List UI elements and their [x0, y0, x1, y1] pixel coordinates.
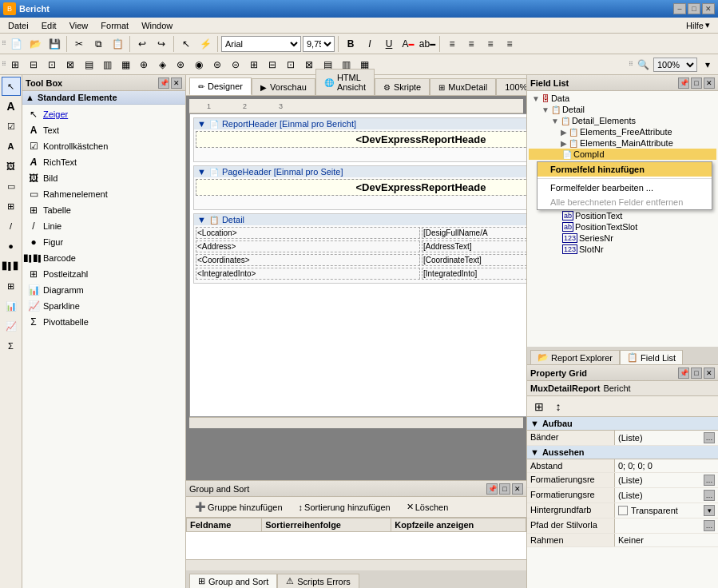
prop-baender-value[interactable]: (Liste) …: [615, 431, 718, 445]
prop-grid-close[interactable]: ✕: [704, 368, 715, 379]
menu-edit[interactable]: Edit: [35, 19, 63, 32]
prop-format1-btn[interactable]: …: [704, 475, 715, 486]
tab-muxdetail[interactable]: ⊞ MuxDetail: [430, 78, 496, 95]
zoom-select[interactable]: 100%: [653, 58, 697, 72]
open-button[interactable]: 📂: [26, 35, 44, 53]
close-button[interactable]: ✕: [702, 3, 715, 14]
checkbox-tool[interactable]: ☑: [2, 117, 21, 136]
richtext-tool[interactable]: A: [2, 137, 21, 156]
prop-grid-pin[interactable]: 📌: [678, 368, 689, 379]
new-button[interactable]: 📄: [7, 35, 25, 53]
tb2-btn4[interactable]: ⊠: [61, 56, 79, 74]
toolbox-item-zeiger[interactable]: ↖ Zeiger: [24, 106, 184, 122]
toolbox-item-sparkline[interactable]: 📈 Sparkline: [24, 298, 184, 314]
tree-item-slotnr[interactable]: 123 SlotNr: [529, 244, 716, 255]
line-tool[interactable]: /: [2, 217, 21, 236]
tree-item-seriesnr[interactable]: 123 SeriesNr: [529, 232, 716, 244]
band-reportheader-header[interactable]: ▼ 📄 ReportHeader [Einmal pro Bericht]: [194, 118, 526, 129]
tb2-btn6[interactable]: ▥: [98, 56, 116, 74]
field-list-pin[interactable]: 📌: [678, 77, 689, 89]
context-item-formelfeld[interactable]: Formelfeld hinzufügen: [538, 162, 712, 177]
toolbox-item-rahmen[interactable]: ▭ Rahmenelement: [24, 186, 184, 202]
justify-button[interactable]: ≡: [501, 35, 518, 53]
image-tool[interactable]: 🖼: [2, 157, 21, 176]
bottom-scrollbar-h[interactable]: [186, 559, 526, 570]
prop-format2-value[interactable]: (Liste) …: [615, 488, 718, 503]
undo-button[interactable]: ↩: [133, 35, 151, 53]
tab-designer[interactable]: ✏ Designer: [189, 77, 252, 95]
toolbox-item-bild[interactable]: 🖼 Bild: [24, 170, 184, 186]
prop-hintergrund-btn[interactable]: ▾: [704, 505, 715, 516]
font-name-select[interactable]: Arial: [221, 36, 301, 52]
toolbox-pin-button[interactable]: 📌: [158, 77, 169, 89]
tree-item-detail[interactable]: ▼ 📋 Detail: [529, 104, 716, 115]
toolbox-item-linie[interactable]: / Linie: [24, 218, 184, 234]
font-size-select[interactable]: 9,75: [303, 36, 335, 52]
toolbox-item-pivottabelle[interactable]: Σ Pivottabelle: [24, 314, 184, 330]
pivot-tool[interactable]: Σ: [2, 336, 21, 356]
zip-tool[interactable]: ⊞: [2, 276, 21, 296]
menu-format[interactable]: Format: [94, 19, 135, 32]
tree-item-detail-elements[interactable]: ▼ 📋 Detail_Elements: [529, 115, 716, 126]
toolbox-item-richtext[interactable]: A RichText: [24, 154, 184, 170]
prop-pfad-value[interactable]: …: [615, 518, 718, 533]
bold-button[interactable]: B: [342, 35, 359, 53]
tab-scripts-errors[interactable]: ⚠ Scripts Errors: [277, 574, 359, 588]
tab-group-sort[interactable]: ⊞ Group and Sort: [189, 574, 277, 588]
bottom-panel-max[interactable]: □: [499, 483, 510, 495]
tb2-btn12[interactable]: ⊜: [208, 56, 226, 74]
tree-item-positiontextslot[interactable]: ab PositionTextSlot: [529, 221, 716, 232]
tree-item-elements-main[interactable]: ▶ 📋 Elements_MainAttribute: [529, 137, 716, 149]
tab-skripte[interactable]: ⚙ Skripte: [375, 78, 430, 95]
field-list-close[interactable]: ✕: [704, 77, 715, 89]
tb2-btn3[interactable]: ⊡: [43, 56, 61, 74]
italic-button[interactable]: I: [361, 35, 379, 53]
toolbox-item-diagramm[interactable]: 📊 Diagramm: [24, 282, 184, 298]
cursor-tool[interactable]: ↖: [2, 77, 21, 96]
tb2-btn8[interactable]: ⊕: [135, 56, 153, 74]
tb2-btn14[interactable]: ⊞: [245, 56, 263, 74]
tab-html[interactable]: 🌐 HTML Ansicht: [315, 69, 375, 95]
sparkline-tool[interactable]: 📈: [2, 316, 21, 336]
zoom-icon[interactable]: 🔍: [634, 56, 652, 74]
copy-button[interactable]: ⧉: [89, 35, 107, 53]
tab-report-explorer[interactable]: 📂 Report Explorer: [530, 350, 620, 364]
align-center-button[interactable]: ≡: [462, 35, 480, 53]
toolbox-item-figur[interactable]: ● Figur: [24, 234, 184, 250]
chart-tool[interactable]: 📊: [2, 296, 21, 316]
tab-vorschau[interactable]: ▶ Vorschau: [252, 78, 315, 95]
bottom-panel-pin[interactable]: 📌: [486, 483, 498, 495]
menu-window[interactable]: Window: [135, 19, 179, 32]
prop-pfad-btn[interactable]: …: [704, 520, 715, 531]
prop-abstand-value[interactable]: 0; 0; 0; 0: [615, 459, 718, 472]
text-tool[interactable]: A: [2, 97, 21, 116]
tb2-btn1[interactable]: ⊞: [6, 56, 24, 74]
add-sort-button[interactable]: ↕ Sortierung hinzufügen: [293, 500, 396, 514]
tb2-btn11[interactable]: ◉: [190, 56, 208, 74]
save-button[interactable]: 💾: [46, 35, 63, 53]
tree-item-positiontext[interactable]: ab PositionText: [529, 210, 716, 221]
field-list-max[interactable]: □: [691, 77, 702, 89]
menu-datei[interactable]: Datei: [2, 19, 35, 32]
delete-button[interactable]: ✕ Löschen: [401, 499, 454, 514]
tab-field-list[interactable]: 📋 Field List: [620, 350, 683, 364]
toolbox-section-header[interactable]: ▲ Standard Elemente: [22, 91, 185, 105]
tree-item-compid[interactable]: 📄 CompId: [529, 149, 716, 160]
minimize-button[interactable]: –: [673, 3, 686, 14]
toolbox-item-barcode[interactable]: ▊▌▊▌ Barcode: [24, 250, 184, 266]
align-left-button[interactable]: ≡: [443, 35, 461, 53]
bottom-panel-close[interactable]: ✕: [512, 483, 523, 495]
prop-baender-btn[interactable]: …: [704, 432, 715, 443]
lightning-button[interactable]: ⚡: [196, 35, 214, 53]
font-color-button[interactable]: A▬: [399, 35, 417, 53]
band-pageheader-header[interactable]: ▼ 📄 PageHeader [Einmal pro Seite]: [194, 166, 526, 177]
tb2-btn2[interactable]: ⊟: [25, 56, 42, 74]
frame-tool[interactable]: ▭: [2, 177, 21, 196]
tb2-btn15[interactable]: ⊟: [264, 56, 281, 74]
add-group-button[interactable]: ➕ Gruppe hinzufügen: [189, 499, 288, 514]
prop-sort-alpha[interactable]: ⊞: [530, 398, 548, 415]
tb2-btn13[interactable]: ⊝: [227, 56, 244, 74]
prop-hintergrund-value[interactable]: Transparent ▾: [615, 503, 718, 518]
menu-view[interactable]: View: [63, 19, 95, 32]
band-detail-header[interactable]: ▼ 📋 Detail: [194, 214, 526, 225]
